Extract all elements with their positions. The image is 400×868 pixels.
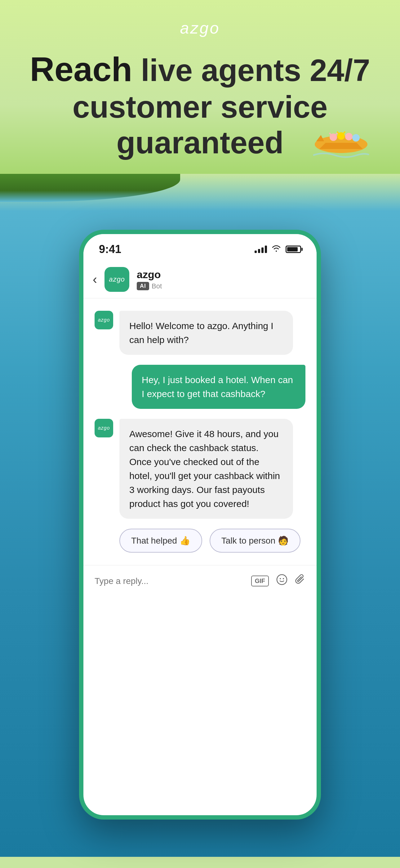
- message-row-1: azgo Hello! Welcome to azgo. Anything I …: [95, 311, 305, 355]
- status-bar: 9:41: [84, 234, 316, 261]
- bot-type-label: Bot: [152, 282, 162, 290]
- ocean-section: 9:41: [0, 174, 400, 857]
- status-time: 9:41: [99, 243, 121, 256]
- phone-frame: 9:41: [79, 230, 321, 819]
- reply-bar: GIF: [84, 565, 316, 597]
- emoji-button[interactable]: [276, 574, 288, 588]
- bot-badge: AI Bot: [137, 282, 162, 290]
- svg-marker-1: [320, 143, 363, 149]
- ai-badge: AI: [137, 282, 149, 290]
- chat-header: ‹ azgo azgo AI Bot: [84, 261, 316, 298]
- island-shape: [0, 174, 180, 202]
- bot-info: azgo AI Bot: [137, 269, 162, 290]
- logo-area: azgo: [25, 19, 375, 37]
- battery-fill: [287, 247, 298, 251]
- svg-point-6: [352, 134, 360, 142]
- back-button[interactable]: ‹: [93, 272, 97, 287]
- app-logo: azgo: [180, 19, 220, 37]
- bot-bubble-1: Hello! Welcome to azgo. Anything I can h…: [120, 311, 293, 355]
- message-row-2: Hey, I just booked a hotel. When can I e…: [95, 365, 305, 409]
- chat-messages: azgo Hello! Welcome to azgo. Anything I …: [84, 298, 316, 565]
- bot-avatar-2: azgo: [95, 419, 113, 437]
- message-row-3: azgo Awesome! Give it 48 hours, and you …: [95, 419, 305, 519]
- hero-section: azgo Reach live agents 24/7 customer ser…: [0, 0, 400, 174]
- headline-bold: Reach: [30, 50, 132, 88]
- svg-point-5: [345, 133, 353, 140]
- plane-illustration: [307, 115, 375, 164]
- bot-avatar: azgo: [104, 267, 129, 292]
- attach-button[interactable]: [295, 574, 305, 588]
- reply-actions: GIF: [251, 574, 305, 588]
- gif-button[interactable]: GIF: [251, 576, 269, 586]
- action-buttons: That helped 👍 Talk to person 🧑: [120, 529, 305, 553]
- svg-point-13: [283, 578, 284, 579]
- user-bubble-1: Hey, I just booked a hotel. When can I e…: [132, 365, 305, 409]
- bot-bubble-2: Awesome! Give it 48 hours, and you can c…: [120, 419, 293, 519]
- bot-name: azgo: [137, 269, 162, 281]
- signal-icon: [255, 246, 267, 253]
- svg-point-11: [277, 575, 287, 585]
- reply-input[interactable]: [95, 576, 245, 586]
- svg-point-12: [280, 578, 281, 579]
- phone-wrapper: 9:41: [79, 230, 321, 819]
- bot-avatar-1: azgo: [95, 311, 113, 330]
- island-strip: [0, 174, 400, 211]
- battery-icon: [286, 246, 301, 253]
- status-icons: [255, 244, 301, 254]
- that-helped-button[interactable]: That helped 👍: [120, 529, 202, 553]
- headline-regular: live agents 24/7: [132, 53, 370, 88]
- wifi-icon: [271, 244, 281, 254]
- talk-to-person-label: Talk to person 🧑: [222, 535, 289, 546]
- talk-to-person-button[interactable]: Talk to person 🧑: [210, 529, 300, 553]
- that-helped-label: That helped 👍: [131, 535, 190, 546]
